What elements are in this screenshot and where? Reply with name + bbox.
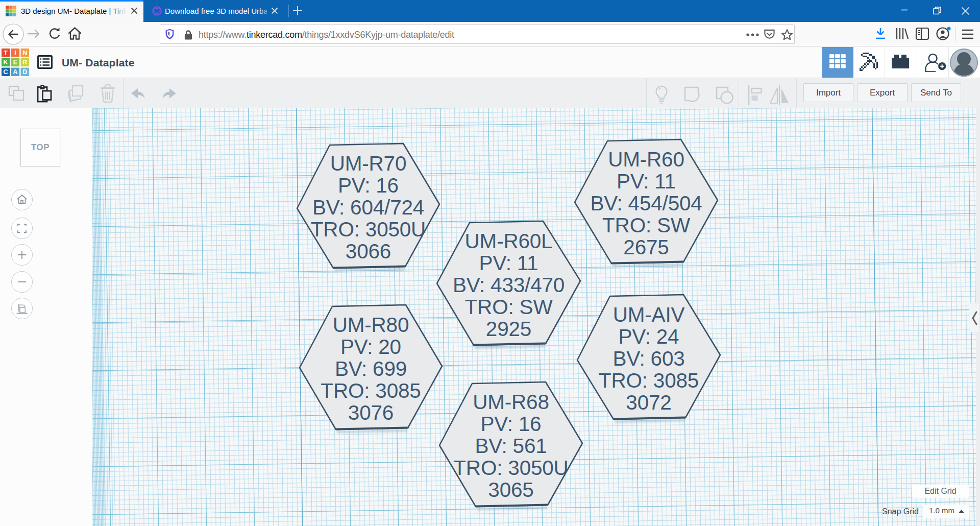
svg-text:K: K [4,59,8,66]
svg-text:E: E [13,59,17,66]
svg-text:R: R [22,59,27,66]
svg-text:D: D [22,68,27,76]
svg-text:A: A [13,68,17,76]
svg-text:T: T [4,50,8,57]
svg-text:I: I [14,50,16,57]
svg-text:C: C [4,68,8,76]
svg-text:N: N [22,50,27,57]
